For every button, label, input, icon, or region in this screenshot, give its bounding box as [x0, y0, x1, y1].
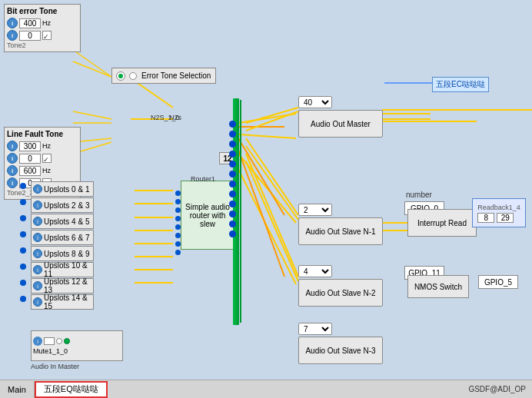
left-dot-1 — [20, 183, 26, 189]
svg-line-30 — [246, 108, 298, 123]
upslot-8-9: i Upslots 8 & 9 — [31, 246, 94, 261]
tab-bar: Main 五段EQ哒哒哒 GSDF@ADI_OP — [0, 380, 532, 398]
tone2-label: Tone2 — [7, 41, 78, 49]
val1-value: 0 — [19, 31, 41, 41]
router1-label: Router1 — [191, 175, 215, 183]
left-dot-4 — [20, 231, 26, 237]
audio-in-master-block: i Mute1_1_0 — [31, 330, 123, 361]
eq-block: 五段EC哒哒哒 — [432, 77, 489, 92]
audio-in-info[interactable]: i — [33, 337, 42, 346]
bus-dot-12 — [229, 231, 236, 237]
svg-line-11 — [238, 134, 296, 138]
radio-1[interactable] — [117, 72, 125, 80]
upslot-info-4[interactable]: i — [33, 233, 42, 242]
audio-out-slave2-label: Audio Out Slave N-2 — [305, 289, 375, 297]
slave2-top-dropdown[interactable]: 4 — [298, 265, 332, 277]
bit-error-tone-label: Bit error Tone — [7, 7, 78, 15]
info-icon-4[interactable]: i — [7, 153, 18, 164]
bit-error-tone-block: Bit error Tone i 400 Hz i 0 Tone2 — [4, 4, 81, 52]
error-tone-selection-block: Error Tone Selection — [111, 68, 216, 84]
svg-line-35 — [246, 161, 298, 281]
main-canvas: Bit error Tone i 400 Hz i 0 Tone2 Line F… — [0, 0, 532, 398]
upslot-label-7: Upslots 12 & 13 — [44, 277, 93, 294]
nmos-switch-label: NMOS Switch — [414, 283, 462, 291]
router-left-dot-8 — [175, 250, 181, 255]
audio-out-slave1-label: Audio Out Slave N-1 — [305, 227, 375, 236]
freq1-unit: Hz — [42, 19, 51, 27]
readback-val1: 8 — [477, 213, 494, 223]
gpio5-block[interactable]: GPIO_5 — [478, 275, 518, 289]
upslot-info-6[interactable]: i — [33, 265, 42, 274]
router-label: Simple audio router with slew — [181, 203, 234, 228]
router-left-dot-2 — [175, 199, 181, 204]
error-tone-label: Error Tone Selection — [141, 71, 211, 80]
nmos-switch-block: NMOS Switch — [407, 275, 469, 298]
upslot-label-2: Upslots 2 & 3 — [44, 201, 89, 210]
svg-line-33 — [246, 146, 298, 220]
upslot-info-3[interactable]: i — [33, 217, 42, 226]
freq3-value: 600 — [19, 166, 41, 176]
tab-main-label: Main — [8, 385, 26, 394]
upslot-info-7[interactable]: i — [33, 281, 42, 290]
tab-eq[interactable]: 五段EQ哒哒哒 — [35, 381, 108, 398]
router-left-dot-7 — [175, 241, 181, 247]
info-icon-2[interactable]: i — [7, 30, 18, 41]
info-icon-3[interactable]: i — [7, 141, 18, 151]
freq3-unit: Hz — [42, 167, 51, 174]
svg-line-32 — [246, 138, 298, 215]
upslot-info-1[interactable]: i — [33, 184, 42, 194]
router-left-dot-4 — [175, 216, 181, 221]
bus-dot-10 — [229, 211, 236, 217]
checkbox-2[interactable] — [42, 154, 52, 163]
tab-eq-label: 五段EQ哒哒哒 — [44, 383, 98, 395]
radio-2[interactable] — [129, 72, 137, 80]
router-left-dot-1 — [175, 191, 181, 196]
bus-dot-5 — [229, 161, 236, 167]
upslot-label-4: Upslots 6 & 7 — [44, 234, 89, 242]
upslot-14-15: i Upslots 14 & 15 — [31, 294, 94, 310]
audio-out-master-block: Audio Out Master — [298, 110, 383, 138]
svg-line-10 — [238, 114, 296, 123]
upslot-info-5[interactable]: i — [33, 249, 42, 258]
checkbox-1[interactable] — [42, 31, 52, 40]
upslot-12-13: i Upslots 12 & 13 — [31, 278, 94, 294]
audio-out-slave1-container: 2 Audio Out Slave N-1 3 Output_8 — [298, 204, 332, 238]
audio-out-slave3-block: Audio Out Slave N-3 — [298, 337, 383, 364]
master-top-dropdown[interactable]: 40 — [298, 96, 332, 108]
bus-dot-4 — [229, 151, 236, 158]
svg-line-31 — [246, 111, 298, 131]
slave3-top-dropdown[interactable]: 7 — [298, 323, 332, 335]
interrupt-read-label: Interrupt Read — [417, 219, 467, 227]
upslot-label-3: Upslots 4 & 5 — [44, 217, 89, 226]
upslot-info-8[interactable]: i — [33, 297, 42, 307]
svg-line-22 — [73, 61, 111, 77]
audio-out-slave1-block: Audio Out Slave N-1 — [298, 217, 383, 245]
info-icon-1[interactable]: i — [7, 18, 18, 28]
audio-in-radio-2[interactable] — [64, 338, 70, 344]
readback-val2: 29 — [497, 213, 514, 223]
info-icon-6[interactable]: i — [7, 177, 18, 188]
bus-dot-11 — [229, 221, 236, 227]
tab-main[interactable]: Main — [0, 381, 35, 398]
svg-line-23 — [73, 111, 111, 119]
upslot-label-6: Upslots 10 & 11 — [44, 261, 93, 278]
audio-in-check[interactable] — [44, 337, 55, 345]
audio-in-master-label: Audio In Master — [31, 363, 79, 370]
svg-line-20 — [238, 150, 284, 277]
freq2-value: 300 — [19, 141, 41, 151]
left-dot-3 — [20, 215, 26, 221]
slave1-top-dropdown[interactable]: 2 — [298, 204, 332, 216]
audio-in-radio[interactable] — [56, 338, 62, 344]
left-dot-2 — [20, 199, 26, 205]
audio-out-slave2-block: Audio Out Slave N-2 — [298, 279, 383, 307]
upslot-info-2[interactable]: i — [33, 201, 42, 210]
info-icon-5[interactable]: i — [7, 165, 18, 176]
audio-out-slave2-container: 4 Audio Out Slave N-2 7 Output_1_0 — [298, 265, 334, 300]
upslot-label-8: Upslots 14 & 15 — [44, 294, 93, 310]
line-fault-tone-label: Line Fault Tone — [7, 130, 78, 138]
upslot-label-5: Upslots 8 & 9 — [44, 250, 89, 258]
svg-line-12 — [238, 154, 296, 223]
bus-dot-3 — [229, 141, 236, 148]
bus-dot-8 — [229, 191, 236, 197]
bus-dot-1 — [229, 121, 236, 128]
